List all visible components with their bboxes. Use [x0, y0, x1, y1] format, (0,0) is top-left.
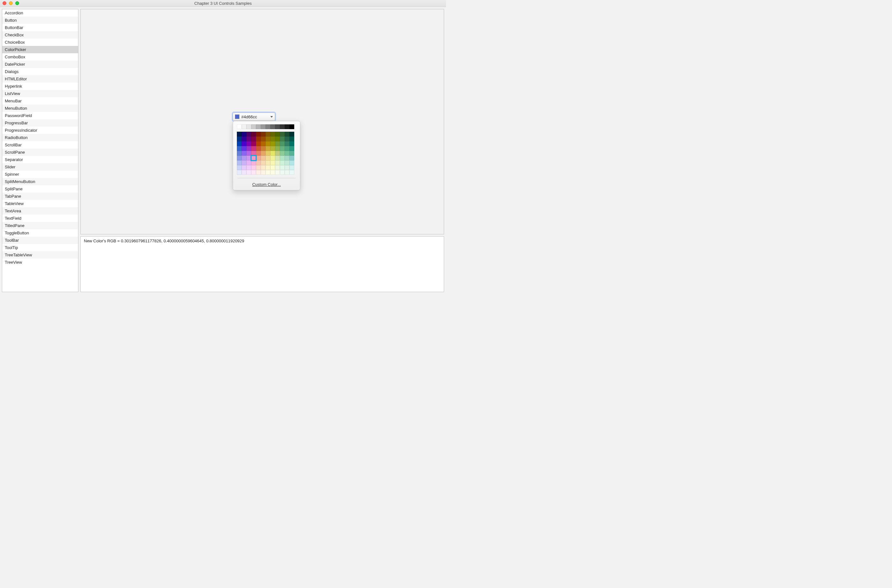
color-swatch[interactable] — [289, 141, 294, 146]
close-icon[interactable] — [3, 1, 6, 5]
color-swatch[interactable] — [241, 124, 246, 129]
sidebar-item-tabpane[interactable]: TabPane — [2, 193, 78, 200]
color-swatch[interactable] — [241, 146, 246, 151]
color-swatch[interactable] — [275, 151, 280, 156]
color-swatch[interactable] — [251, 160, 256, 165]
color-swatch[interactable] — [237, 132, 241, 136]
color-swatch[interactable] — [241, 136, 246, 141]
color-swatch[interactable] — [280, 132, 285, 136]
sidebar-item-splitpane[interactable]: SplitPane — [2, 185, 78, 193]
sidebar-item-dialogs[interactable]: Dialogs — [2, 68, 78, 75]
color-swatch[interactable] — [261, 136, 265, 141]
color-swatch[interactable] — [265, 136, 270, 141]
color-swatch[interactable] — [246, 165, 251, 170]
color-swatch[interactable] — [251, 141, 256, 146]
color-swatch[interactable] — [237, 165, 241, 170]
color-swatch[interactable] — [289, 156, 294, 160]
color-swatch[interactable] — [275, 146, 280, 151]
color-swatch[interactable] — [251, 146, 256, 151]
sidebar-item-textfield[interactable]: TextField — [2, 214, 78, 222]
color-swatch[interactable] — [256, 132, 261, 136]
color-swatch[interactable] — [261, 141, 265, 146]
color-swatch[interactable] — [241, 160, 246, 165]
color-swatch[interactable] — [275, 160, 280, 165]
color-swatch[interactable] — [241, 132, 246, 136]
sidebar-item-progressbar[interactable]: ProgressBar — [2, 119, 78, 127]
color-swatch[interactable] — [246, 132, 251, 136]
color-swatch[interactable] — [251, 132, 256, 136]
color-swatch[interactable] — [289, 151, 294, 156]
color-swatch[interactable] — [237, 151, 241, 156]
color-swatch[interactable] — [285, 132, 289, 136]
color-swatch[interactable] — [275, 156, 280, 160]
color-swatch[interactable] — [285, 165, 289, 170]
sidebar-item-datepicker[interactable]: DatePicker — [2, 61, 78, 68]
color-swatch[interactable] — [275, 141, 280, 146]
color-swatch[interactable] — [256, 160, 261, 165]
color-swatch[interactable] — [289, 132, 294, 136]
color-swatch[interactable] — [246, 170, 251, 175]
color-swatch[interactable] — [270, 124, 275, 129]
controls-list[interactable]: AccordionButtonButtonBarCheckBoxChoiceBo… — [2, 9, 78, 292]
color-swatch[interactable] — [241, 165, 246, 170]
color-swatch[interactable] — [256, 156, 261, 160]
color-swatch[interactable] — [246, 160, 251, 165]
color-swatch[interactable] — [285, 146, 289, 151]
sidebar-item-radiobutton[interactable]: RadioButton — [2, 134, 78, 141]
color-swatch[interactable] — [270, 160, 275, 165]
color-swatch[interactable] — [270, 141, 275, 146]
sidebar-item-tableview[interactable]: TableView — [2, 200, 78, 207]
sidebar-item-togglebutton[interactable]: ToggleButton — [2, 229, 78, 237]
color-swatch[interactable] — [275, 170, 280, 175]
sidebar-item-scrollbar[interactable]: ScrollBar — [2, 141, 78, 148]
color-swatch[interactable] — [256, 146, 261, 151]
color-swatch[interactable] — [241, 141, 246, 146]
color-swatch[interactable] — [265, 146, 270, 151]
color-swatch[interactable] — [261, 165, 265, 170]
custom-color-link[interactable]: Custom Color... — [237, 181, 296, 188]
color-swatch[interactable] — [280, 151, 285, 156]
color-swatch[interactable] — [237, 156, 241, 160]
color-swatch[interactable] — [289, 160, 294, 165]
sidebar-item-splitmenubutton[interactable]: SplitMenuButton — [2, 178, 78, 185]
color-swatch[interactable] — [246, 151, 251, 156]
color-swatch[interactable] — [265, 170, 270, 175]
color-swatch[interactable] — [251, 151, 256, 156]
color-swatch[interactable] — [246, 146, 251, 151]
color-swatch[interactable] — [246, 156, 251, 160]
zoom-icon[interactable] — [15, 1, 19, 5]
color-swatch[interactable] — [270, 146, 275, 151]
sidebar-item-separator[interactable]: Separator — [2, 156, 78, 163]
color-swatch[interactable] — [241, 156, 246, 160]
color-swatch[interactable] — [261, 151, 265, 156]
color-swatch[interactable] — [270, 156, 275, 160]
color-swatch[interactable] — [280, 160, 285, 165]
color-swatch[interactable] — [265, 156, 270, 160]
color-swatch[interactable] — [289, 170, 294, 175]
color-swatch[interactable] — [241, 151, 246, 156]
color-swatch[interactable] — [256, 170, 261, 175]
color-swatch[interactable] — [261, 156, 265, 160]
color-swatch[interactable] — [261, 146, 265, 151]
color-swatch[interactable] — [237, 146, 241, 151]
color-swatch[interactable] — [256, 151, 261, 156]
color-swatch[interactable] — [280, 146, 285, 151]
color-swatch[interactable] — [270, 132, 275, 136]
sidebar-item-combobox[interactable]: ComboBox — [2, 53, 78, 61]
color-swatch[interactable] — [285, 156, 289, 160]
color-swatch[interactable] — [237, 170, 241, 175]
color-swatch[interactable] — [256, 165, 261, 170]
sidebar-item-tooltip[interactable]: ToolTip — [2, 244, 78, 251]
colorpicker-button[interactable]: #4d66cc — [233, 112, 275, 121]
minimize-icon[interactable] — [9, 1, 13, 5]
color-swatch[interactable] — [251, 155, 256, 161]
sidebar-item-htmleditor[interactable]: HTMLEditor — [2, 75, 78, 82]
color-swatch[interactable] — [246, 136, 251, 141]
color-swatch[interactable] — [265, 132, 270, 136]
sidebar-item-menubutton[interactable]: MenuButton — [2, 105, 78, 112]
color-swatch[interactable] — [251, 124, 256, 129]
color-swatch[interactable] — [261, 124, 265, 129]
color-swatch[interactable] — [241, 170, 246, 175]
color-swatch[interactable] — [270, 165, 275, 170]
sidebar-item-treeview[interactable]: TreeView — [2, 259, 78, 266]
